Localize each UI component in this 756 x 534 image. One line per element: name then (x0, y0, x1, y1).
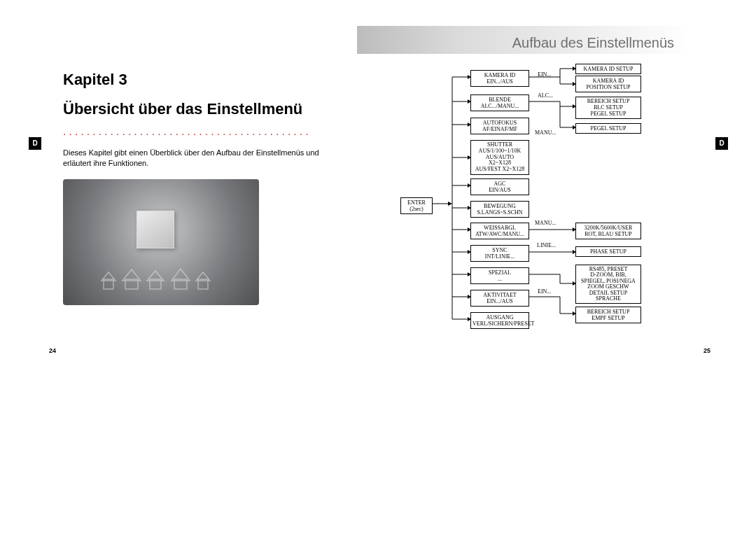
node-weissabgl: WEISSABGLATW/AWC/MANU... (470, 223, 529, 239)
node-enter: ENTER (2sec) (400, 197, 433, 214)
page-number-left: 24 (49, 347, 56, 354)
edge-label-linie: LINIE... (537, 242, 556, 248)
edge-label-alc: ALC... (538, 92, 553, 99)
enter-label: ENTER (407, 199, 426, 206)
chapter-number: Kapitel 3 (63, 70, 343, 90)
edge-label-ein2: EIN... (538, 288, 551, 295)
node-aktivitaet-sub: BEREICH SETUPEMPF SETUP (575, 307, 641, 323)
side-tab-right: D (715, 137, 728, 150)
node-bewegung: BEWEGUNGS.LANGS~S.SCHN (470, 201, 529, 218)
node-kamera-id-pos: KAMERA IDPOSITION SETUP (575, 76, 641, 92)
node-sync: SYNCINT/LINIE... (470, 245, 529, 262)
node-spezial: SPEZIAL... (470, 267, 529, 284)
node-kamera-id: KAMERA IDEIN.../AUS (470, 70, 529, 87)
menu-tree-diagram: ENTER (2sec) KAMERA IDEIN.../AUS BLENDEA… (392, 63, 693, 343)
separator-dots: ........................................… (63, 125, 343, 138)
node-spezial-sub: RS485, PRESETD-ZOOM, BIB,SPIEGEL, POSI/N… (575, 265, 641, 304)
page-number-right: 25 (704, 347, 710, 354)
node-autofokus: AUTOFOKUSAF/EINAF/MF (470, 118, 529, 134)
diagram-lines (392, 63, 693, 343)
node-shutter: SHUTTERAUS/1/100~1/10KAUS/AUTOX2~X128AUS… (470, 140, 529, 175)
chapter-banner: Aufbau des Einstellmenüs (357, 26, 687, 54)
edge-label-manu1: MANU... (535, 129, 556, 136)
edge-label-ein: EIN... (538, 71, 551, 78)
node-pegel-setup: PEGEL SETUP (575, 123, 641, 134)
node-ausgang: AUSGANGVERL/SICHERN/PRESET (470, 312, 529, 329)
enter-sub: (2sec) (410, 206, 424, 212)
node-aktivitaet: AKTIVITAETEIN.../AUS (470, 290, 529, 307)
node-blende: BLENDEALC.../MANU... (470, 94, 529, 111)
side-tab-left: D (29, 137, 41, 150)
node-bereich-setup: BEREICH SETUPBLC SETUPPEGEL SETUP (575, 97, 641, 119)
svg-marker-6 (448, 202, 452, 206)
chapter-title: Übersicht über das Einstellmenü (63, 100, 343, 118)
node-phase-setup: PHASE SETUP (575, 246, 641, 257)
banner-title: Aufbau des Einstellmenüs (512, 35, 674, 51)
intro-text: Dieses Kapitel gibt einen Überblick über… (63, 148, 343, 169)
decorative-image (63, 179, 259, 305)
node-agc: AGCEIN/AUS (470, 178, 529, 195)
edge-label-manu2: MANU... (535, 220, 556, 226)
chapter-intro-block: Kapitel 3 Übersicht über das Einstellmen… (63, 70, 343, 305)
node-kamera-id-setup: KAMERA ID SETUP (575, 64, 641, 74)
node-wb-setup: 3200K/5600K/USERROT, BLAU SETUP (575, 223, 641, 239)
